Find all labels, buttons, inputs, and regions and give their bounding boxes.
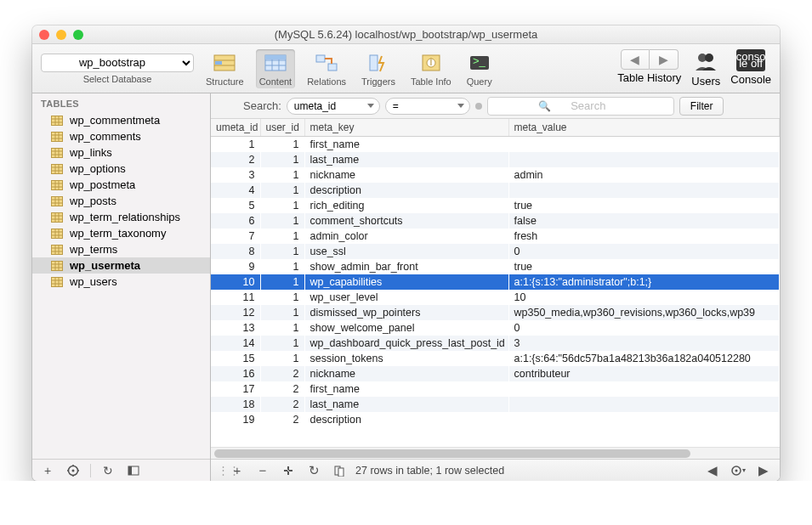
table-row[interactable]: 41description <box>211 183 780 198</box>
zoom-window-button[interactable] <box>73 30 83 40</box>
users-tool[interactable]: Users <box>691 49 720 88</box>
svg-point-76 <box>72 469 75 471</box>
sidebar-table-item[interactable]: wp_posts <box>32 193 210 209</box>
horizontal-scrollbar[interactable] <box>211 447 780 459</box>
table-name: wp_postmeta <box>70 178 135 191</box>
column-header[interactable]: umeta_id <box>211 119 260 137</box>
content-button[interactable]: Content <box>256 49 296 88</box>
query-button[interactable]: >_ Query <box>463 49 496 88</box>
refresh-tables-button[interactable]: ↻ <box>99 462 116 479</box>
add-row-button[interactable]: + <box>228 462 247 479</box>
table-row[interactable]: 192description <box>211 412 780 427</box>
sidebar-table-item[interactable]: wp_users <box>32 274 210 290</box>
svg-rect-9 <box>265 55 286 59</box>
svg-rect-25 <box>52 132 63 141</box>
table-row[interactable]: 121dismissed_wp_pointerswp350_media,wp36… <box>211 305 780 320</box>
users-icon <box>692 49 719 73</box>
tables-list: wp_commentmetawp_commentswp_linkswp_opti… <box>32 112 210 459</box>
structure-button[interactable]: Structure <box>202 49 247 88</box>
table-name: wp_options <box>70 162 126 175</box>
table-name: wp_term_relationships <box>70 211 180 223</box>
sidebar-footer: + ↻ <box>32 459 210 481</box>
toolbar-right: ◀ ▶ Table History Users console off Cons… <box>617 49 771 88</box>
sidebar-table-item[interactable]: wp_links <box>32 144 210 161</box>
remove-row-button[interactable]: − <box>253 462 272 479</box>
table-row[interactable]: 71admin_colorfresh <box>211 229 780 244</box>
table-name: wp_comments <box>70 130 141 143</box>
tableinfo-icon: i <box>418 51 444 75</box>
table-row[interactable]: 21last_name <box>211 152 780 167</box>
next-page-button[interactable]: ▶ <box>754 462 773 479</box>
search-operator-select[interactable]: = <box>385 98 470 115</box>
sidebar-table-item[interactable]: wp_term_taxonomy <box>32 225 210 241</box>
data-grid[interactable]: umeta_iduser_idmeta_keymeta_value 11firs… <box>211 119 780 447</box>
svg-point-89 <box>735 469 738 471</box>
table-row[interactable]: 61comment_shortcutsfalse <box>211 213 780 229</box>
console-icon: console off <box>736 49 765 71</box>
column-header[interactable]: user_id <box>260 119 304 137</box>
sidebar-table-item[interactable]: wp_terms <box>32 241 210 257</box>
filter-button[interactable]: Filter <box>679 97 724 116</box>
close-window-button[interactable] <box>39 30 49 40</box>
table-row[interactable]: 162nicknamecontributeur <box>211 366 780 381</box>
prev-page-button[interactable]: ◀ <box>703 462 722 479</box>
svg-rect-30 <box>52 148 63 157</box>
table-name: wp_posts <box>70 195 116 207</box>
table-row[interactable]: 172first_name <box>211 381 780 397</box>
tableinfo-button[interactable]: i Table Info <box>407 49 455 88</box>
split-handle[interactable]: ⋮⋮ <box>218 464 221 477</box>
table-row[interactable]: 131show_welcome_panel0 <box>211 320 780 336</box>
svg-rect-65 <box>52 261 63 270</box>
table-name: wp_term_taxonomy <box>70 227 166 240</box>
query-icon: >_ <box>467 51 492 75</box>
table-history: ◀ ▶ Table History <box>617 49 681 84</box>
sidebar-table-item[interactable]: wp_usermeta <box>32 257 210 274</box>
svg-rect-40 <box>52 180 63 189</box>
window-controls <box>39 30 83 40</box>
toggle-sidebar-button[interactable] <box>125 462 142 479</box>
search-label: Search: <box>243 99 281 112</box>
pagination-button[interactable] <box>330 462 349 479</box>
history-forward-button[interactable]: ▶ <box>650 49 679 70</box>
table-name: wp_commentmeta <box>70 114 160 127</box>
sidebar-table-item[interactable]: wp_commentmeta <box>32 112 210 128</box>
refresh-data-button[interactable]: ↻ <box>304 462 323 479</box>
table-row[interactable]: 101wp_capabilitiesa:1:{s:13:"administrat… <box>211 274 780 290</box>
svg-rect-11 <box>328 64 337 71</box>
table-actions-button[interactable] <box>65 462 82 479</box>
relations-button[interactable]: Relations <box>304 49 349 88</box>
table-row[interactable]: 182last_name <box>211 397 780 412</box>
page-actions-button[interactable]: ▾ <box>729 462 747 479</box>
sidebar-header: TABLES <box>32 93 210 112</box>
status-text: 27 rows in table; 1 row selected <box>355 465 696 477</box>
column-header[interactable]: meta_key <box>304 119 508 137</box>
sidebar-table-item[interactable]: wp_options <box>32 161 210 177</box>
history-back-button[interactable]: ◀ <box>621 49 650 70</box>
database-select[interactable]: wp_bootstrap <box>41 54 194 72</box>
minimize-window-button[interactable] <box>56 30 66 40</box>
duplicate-row-button[interactable] <box>279 462 298 479</box>
sidebar-table-item[interactable]: wp_term_relationships <box>32 209 210 225</box>
triggers-button[interactable]: Triggers <box>358 49 399 88</box>
search-input[interactable] <box>487 97 674 116</box>
svg-rect-45 <box>52 196 63 206</box>
table-row[interactable]: 31nicknameadmin <box>211 167 780 183</box>
table-row[interactable]: 141wp_dashboard_quick_press_last_post_id… <box>211 336 780 351</box>
table-name: wp_links <box>70 146 112 159</box>
table-row[interactable]: 91show_admin_bar_fronttrue <box>211 259 780 274</box>
table-row[interactable]: 81use_ssl0 <box>211 244 780 259</box>
add-table-button[interactable]: + <box>39 462 56 479</box>
console-tool[interactable]: console off Console <box>730 49 771 86</box>
table-row[interactable]: 111wp_user_level10 <box>211 290 780 305</box>
table-name: wp_users <box>70 275 117 288</box>
window-title: (MySQL 5.6.24) localhost/wp_bootstrap/wp… <box>32 28 780 41</box>
triggers-icon <box>366 51 391 75</box>
sidebar-table-item[interactable]: wp_comments <box>32 128 210 144</box>
table-row[interactable]: 51rich_editingtrue <box>211 198 780 213</box>
column-header[interactable]: meta_value <box>508 119 780 137</box>
sidebar-table-item[interactable]: wp_postmeta <box>32 177 210 193</box>
search-field-select[interactable]: umeta_id <box>287 98 380 115</box>
table-row[interactable]: 11first_name <box>211 137 780 153</box>
table-row[interactable]: 151session_tokensa:1:{s:64:"56dc57ba1a48… <box>211 351 780 366</box>
svg-rect-35 <box>52 164 63 173</box>
